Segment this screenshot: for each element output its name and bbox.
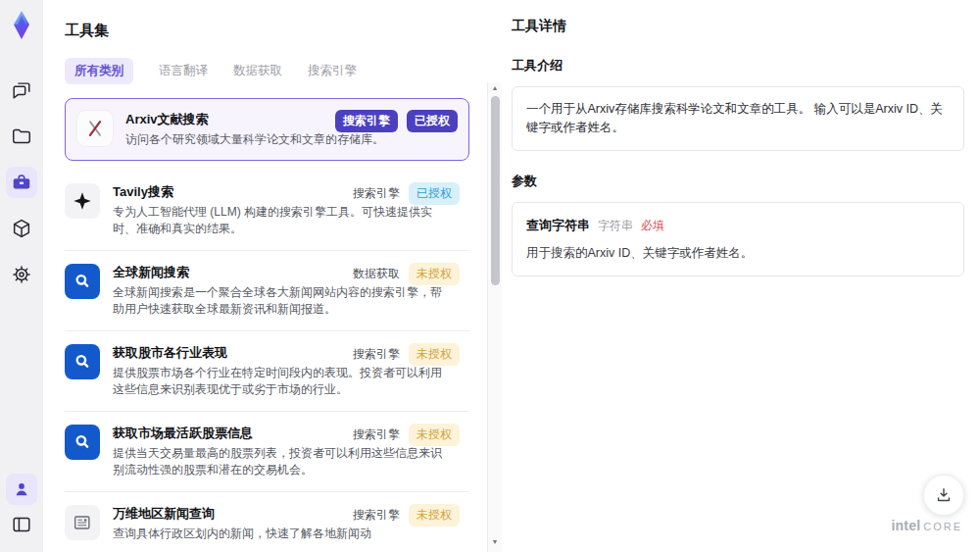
scroll-down-icon[interactable]: ▼ [492,536,499,548]
sidebar-item-account[interactable] [6,474,37,505]
cube-icon [11,218,32,239]
intel-product-text: core [923,521,962,532]
tool-card-active-stocks[interactable]: 获取市场最活跃股票信息 提供当天交易量最高的股票列表，投资者可以利用这些信息来识… [65,412,469,492]
list-scrollbar[interactable]: ▲ ▼ [487,82,502,552]
tavily-star-icon [65,183,100,219]
page-title: 工具集 [65,22,469,40]
category-label: 数据获取 [353,266,400,282]
status-badge: 未授权 [409,424,460,446]
sidebar-item-chat[interactable] [6,75,37,106]
status-badge: 未授权 [409,263,460,285]
scroll-up-icon[interactable]: ▲ [492,82,499,94]
scrollbar-thumb[interactable] [491,96,500,285]
tab-all-categories[interactable]: 所有类别 [65,58,133,84]
intro-section-title: 工具介绍 [512,57,964,75]
category-label: 搜索引擎 [353,346,400,363]
params-section-title: 参数 [512,173,964,190]
param-required-badge: 必填 [641,217,664,235]
tool-intro-box: 一个用于从Arxiv存储库搜索科学论文和文章的工具。 输入可以是Arxiv ID… [512,86,964,151]
tool-desc: 提供当天交易量最高的股票列表，投资者可以利用这些信息来识别流动性强的股票和潜在的… [113,445,452,478]
toolbox-icon [11,172,32,193]
stock-search-icon [65,344,100,379]
sidebar-item-files[interactable] [6,121,37,152]
tab-search-engine[interactable]: 搜索引擎 [308,58,357,84]
status-badge: 已授权 [409,182,460,205]
gear-icon [11,264,32,285]
category-label: 搜索引擎 [353,427,400,443]
user-icon [12,479,31,499]
category-label: 搜索引擎 [353,507,400,524]
tool-desc: 访问各个研究领域大量科学论文和文章的存储库。 [125,131,441,148]
tool-desc: 查询具体行政区划内的新闻，快速了解各地新闻动 [113,526,452,542]
app-logo[interactable] [3,6,40,45]
sidebar-item-toolset[interactable] [6,167,37,198]
param-name: 查询字符串 [526,216,590,234]
rail-bottom-group [6,474,37,544]
news-search-icon [65,264,100,299]
intel-brand-text: intel [891,518,920,533]
sidebar-item-collapse[interactable] [6,509,37,540]
param-box: 查询字符串 字符串 必填 用于搜索的Arxiv ID、关键字或作者姓名。 [512,202,964,276]
status-badge: 未授权 [409,343,460,366]
tool-card-tavily[interactable]: Tavily搜索 专为人工智能代理 (LLM) 构建的搜索引擎工具。可快速提供实… [65,171,469,251]
sidebar-item-plugins[interactable] [6,213,37,244]
status-badge: 未授权 [409,504,460,527]
tab-translation[interactable]: 语言翻译 [159,58,208,84]
left-rail [0,0,43,552]
category-label: 搜索引擎 [353,185,400,202]
stock-search-icon [65,425,100,460]
tool-desc: 全球新闻搜索是一个聚合全球各大新闻网站内容的搜索引擎，帮助用户快速获取全球最新资… [113,284,452,318]
tab-data-fetch[interactable]: 数据获取 [233,58,282,84]
intel-core-logo: intel core [891,518,962,533]
param-desc: 用于搜索的Arxiv ID、关键字或作者姓名。 [526,244,950,263]
status-badge: 已授权 [407,110,458,132]
category-tabs: 所有类别 语言翻译 数据获取 搜索引擎 [65,58,469,84]
detail-title: 工具详情 [512,18,964,35]
tool-card-sector-performance[interactable]: 获取股市各行业表现 提供股票市场各个行业在特定时间段内的表现。投资者可以利用这些… [65,331,469,412]
toolset-panel: 工具集 所有类别 语言翻译 数据获取 搜索引擎 Arxiv文献搜索 访问各个研究… [43,0,487,552]
category-badge: 搜索引擎 [335,110,398,132]
arxiv-icon [77,111,113,146]
chat-icon [11,79,32,101]
newspaper-icon [65,505,100,540]
tool-desc: 专为人工智能代理 (LLM) 构建的搜索引擎工具。可快速提供实时、准确和真实的结… [113,204,452,237]
download-button[interactable] [923,475,964,516]
tool-card-global-news[interactable]: 全球新闻搜索 全球新闻搜索是一个聚合全球各大新闻网站内容的搜索引擎，帮助用户快速… [65,251,469,331]
sidebar-item-settings[interactable] [6,259,37,290]
tool-detail-panel: 工具详情 工具介绍 一个用于从Arxiv存储库搜索科学论文和文章的工具。 输入可… [502,0,980,552]
app-logo-icon [7,10,36,41]
download-icon [934,485,954,505]
folder-icon [11,125,32,147]
panel-toggle-icon [11,514,32,535]
param-type: 字符串 [598,217,633,235]
tool-desc: 提供股票市场各个行业在特定时间段内的表现。投资者可以利用这些信息来识别表现优于或… [113,365,452,398]
tool-card-arxiv[interactable]: Arxiv文献搜索 访问各个研究领域大量科学论文和文章的存储库。 搜索引擎 已授… [65,98,469,161]
tool-card-regional-news[interactable]: 万维地区新闻查询 查询具体行政区划内的新闻，快速了解各地新闻动 搜索引擎 未授权 [65,492,469,552]
